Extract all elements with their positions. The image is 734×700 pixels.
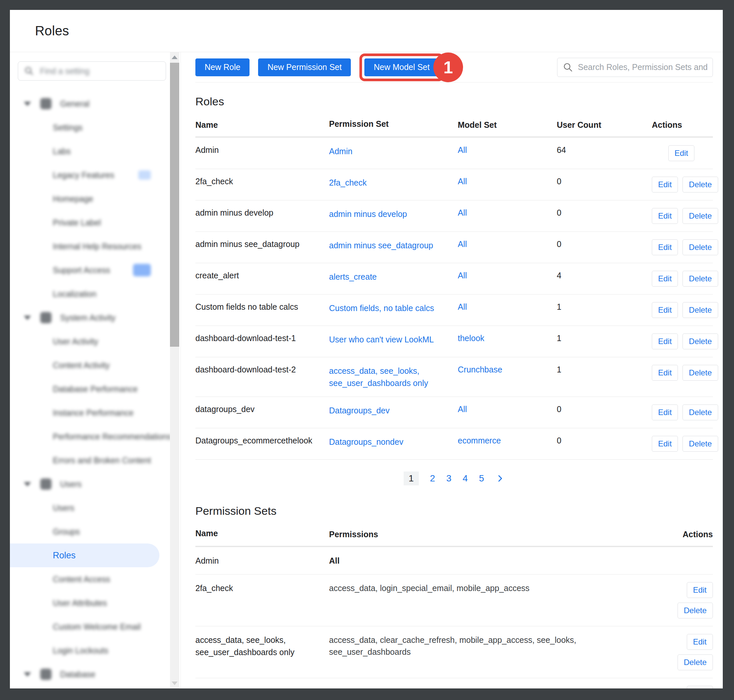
user-count: 1 xyxy=(557,365,652,374)
edit-button[interactable]: Edit xyxy=(652,208,678,224)
pagination-page-4[interactable]: 4 xyxy=(463,473,468,484)
sidebar-item-homepage[interactable]: Homepage xyxy=(10,187,169,211)
new-permission-set-button[interactable]: New Permission Set xyxy=(258,59,351,76)
model-set-link[interactable]: All xyxy=(458,145,467,154)
delete-button[interactable]: Delete xyxy=(683,302,718,318)
edit-button[interactable]: Edit xyxy=(652,436,678,452)
sidebar-scrollbar-thumb[interactable] xyxy=(170,63,179,347)
sidebar-item-login-lockouts[interactable]: Login Lockouts xyxy=(10,638,169,662)
model-set-link[interactable]: thelook xyxy=(458,334,484,343)
permission-set-link[interactable]: access_data, see_looks, see_user_dashboa… xyxy=(329,366,428,387)
model-set-link[interactable]: Crunchbase xyxy=(458,365,502,374)
delete-button[interactable]: Delete xyxy=(683,365,718,381)
sidebar-item-private-label[interactable]: Private Label xyxy=(10,211,169,234)
model-set-link[interactable]: All xyxy=(458,176,467,186)
permission-sets-table-header: NamePermissionsActions xyxy=(195,527,713,547)
permission-set-link[interactable]: Datagroups_nondev xyxy=(329,437,403,446)
new-model-set-button[interactable]: New Model Set xyxy=(364,59,439,76)
edit-button[interactable]: Edit xyxy=(687,634,713,650)
sidebar-item-label: Login Lockouts xyxy=(53,646,108,656)
sidebar-item-content-access[interactable]: Content Access xyxy=(10,567,169,591)
permission-set-link[interactable]: 2fa_check xyxy=(329,178,367,187)
caret-down-icon[interactable] xyxy=(24,102,31,106)
delete-button[interactable]: Delete xyxy=(683,271,718,287)
pagination-page-1[interactable]: 1 xyxy=(404,472,419,485)
sidebar-item-general[interactable]: General xyxy=(10,92,169,116)
role-name: admin minus develop xyxy=(195,208,329,218)
sidebar-item-support-access[interactable]: Support Access xyxy=(10,258,169,282)
sidebar-item-user-activity[interactable]: User Activity xyxy=(10,329,169,353)
permission-set-link[interactable]: Custom fields, no table calcs xyxy=(329,303,434,313)
edit-button[interactable]: Edit xyxy=(687,686,713,688)
scroll-down-icon[interactable] xyxy=(172,681,178,685)
delete-button[interactable]: Delete xyxy=(678,603,713,618)
sidebar-item-content-activity[interactable]: Content Activity xyxy=(10,353,169,377)
sidebar-item-labs[interactable]: Labs xyxy=(10,139,169,163)
permission-set-link[interactable]: alerts_create xyxy=(329,272,377,281)
new-role-button[interactable]: New Role xyxy=(195,59,250,76)
pagination-page-5[interactable]: 5 xyxy=(479,473,484,484)
sidebar-item-groups[interactable]: Groups xyxy=(10,520,169,544)
model-set-link[interactable]: All xyxy=(458,240,467,249)
permission-set-link[interactable]: admin minus see_datagroup xyxy=(329,241,433,250)
edit-button[interactable]: Edit xyxy=(652,404,678,420)
edit-button[interactable]: Edit xyxy=(668,145,694,161)
permission-set-link[interactable]: User who can't view LookML xyxy=(329,335,434,344)
delete-button[interactable]: Delete xyxy=(683,208,718,224)
caret-down-icon[interactable] xyxy=(24,672,31,676)
permission-set-row: AdminAll xyxy=(195,547,713,575)
sidebar-item-database[interactable]: Database xyxy=(10,662,169,686)
permission-set-link[interactable]: Datagroups_dev xyxy=(329,406,389,415)
pagination-page-2[interactable]: 2 xyxy=(430,473,435,484)
sidebar-item-performance-recommendations[interactable]: Performance Recommendations xyxy=(10,425,169,449)
permission-set-link[interactable]: admin minus develop xyxy=(329,209,407,219)
role-name: Custom fields no table calcs xyxy=(195,302,329,312)
edit-button[interactable]: Edit xyxy=(687,582,713,598)
sidebar-item-internal-help-resources[interactable]: Internal Help Resources xyxy=(10,234,169,258)
role-name: datagroups_dev xyxy=(195,404,329,414)
model-set-link[interactable]: All xyxy=(458,271,467,280)
sidebar-item-users[interactable]: Users xyxy=(10,472,169,496)
edit-button[interactable]: Edit xyxy=(652,240,678,255)
edit-button[interactable]: Edit xyxy=(652,302,678,318)
sidebar-scrollbar[interactable] xyxy=(170,52,179,688)
delete-button[interactable]: Delete xyxy=(683,334,718,349)
sidebar-item-users[interactable]: Users xyxy=(10,496,169,520)
sidebar-item-localization[interactable]: Localization xyxy=(10,282,169,306)
scroll-up-icon[interactable] xyxy=(172,56,178,59)
sidebar-item-database-performance[interactable]: Database Performance xyxy=(10,377,169,401)
sidebar-item-instance-performance[interactable]: Instance Performance xyxy=(10,401,169,425)
model-set-link[interactable]: All xyxy=(458,404,467,414)
sidebar-item-roles[interactable]: Roles xyxy=(10,544,159,567)
caret-down-icon[interactable] xyxy=(24,316,31,320)
sidebar-search-input[interactable]: Find a setting xyxy=(18,62,166,81)
sidebar-item-settings[interactable]: Settings xyxy=(10,116,169,139)
row-actions: EditDelete xyxy=(670,634,713,670)
delete-button[interactable]: Delete xyxy=(683,240,718,255)
pagination-page-3[interactable]: 3 xyxy=(446,473,452,484)
permission-set-link[interactable]: Admin xyxy=(329,147,352,156)
user-count: 0 xyxy=(557,404,652,414)
edit-button[interactable]: Edit xyxy=(652,271,678,287)
caret-down-icon[interactable] xyxy=(24,482,31,486)
edit-button[interactable]: Edit xyxy=(652,334,678,349)
chart-icon xyxy=(40,312,51,323)
edit-button[interactable]: Edit xyxy=(652,365,678,381)
edit-button[interactable]: Edit xyxy=(652,176,678,193)
sidebar-item-legacy-features[interactable]: Legacy Features xyxy=(10,163,169,187)
main-search-input[interactable] xyxy=(578,62,707,72)
model-set-link[interactable]: All xyxy=(458,208,467,217)
delete-button[interactable]: Delete xyxy=(683,176,718,193)
sidebar-item-system-activity[interactable]: System Activity xyxy=(10,306,169,329)
sidebar-item-custom-welcome-email[interactable]: Custom Welcome Email xyxy=(10,615,169,638)
row-actions: Edit xyxy=(652,145,713,161)
model-set-link[interactable]: ecommerce xyxy=(458,436,501,445)
delete-button[interactable]: Delete xyxy=(683,436,718,452)
delete-button[interactable]: Delete xyxy=(678,654,713,670)
sidebar-item-label: Users xyxy=(53,503,74,513)
pagination-next-button[interactable] xyxy=(495,474,505,483)
delete-button[interactable]: Delete xyxy=(683,404,718,420)
model-set-link[interactable]: All xyxy=(458,302,467,311)
sidebar-item-user-attributes[interactable]: User Attributes xyxy=(10,591,169,615)
sidebar-item-errors-and-broken-content[interactable]: Errors and Broken Content xyxy=(10,449,169,472)
